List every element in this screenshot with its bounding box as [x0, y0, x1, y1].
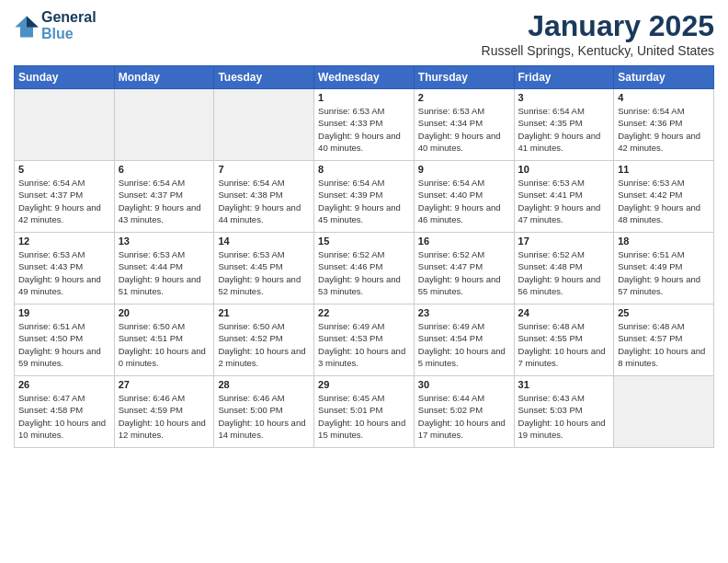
- day-cell: 14Sunrise: 6:53 AMSunset: 4:45 PMDayligh…: [214, 233, 314, 304]
- day-number: 30: [418, 379, 510, 390]
- day-number: 4: [618, 92, 710, 103]
- col-wednesday: Wednesday: [314, 66, 415, 89]
- day-number: 24: [518, 307, 610, 318]
- col-friday: Friday: [514, 66, 614, 89]
- day-cell: 12Sunrise: 6:53 AMSunset: 4:43 PMDayligh…: [15, 233, 115, 304]
- day-info: Sunrise: 6:49 AMSunset: 4:54 PMDaylight:…: [418, 320, 510, 369]
- day-cell: 24Sunrise: 6:48 AMSunset: 4:55 PMDayligh…: [514, 304, 614, 376]
- day-number: 31: [518, 379, 610, 390]
- day-info: Sunrise: 6:49 AMSunset: 4:53 PMDaylight:…: [318, 320, 410, 369]
- col-tuesday: Tuesday: [214, 66, 314, 89]
- day-number: 2: [418, 92, 510, 103]
- title-block: January 2025 Russell Springs, Kentucky, …: [482, 9, 714, 58]
- day-number: 22: [318, 307, 410, 318]
- day-cell: 28Sunrise: 6:46 AMSunset: 5:00 PMDayligh…: [214, 376, 314, 448]
- day-number: 25: [618, 307, 710, 318]
- col-monday: Monday: [114, 66, 214, 89]
- day-number: 28: [218, 379, 310, 390]
- day-info: Sunrise: 6:53 AMSunset: 4:44 PMDaylight:…: [119, 248, 210, 297]
- day-cell: 17Sunrise: 6:52 AMSunset: 4:48 PMDayligh…: [514, 233, 614, 304]
- day-number: 27: [119, 379, 210, 390]
- day-cell: 22Sunrise: 6:49 AMSunset: 4:53 PMDayligh…: [314, 304, 415, 376]
- page: General Blue January 2025 Russell Spring…: [0, 0, 728, 457]
- day-number: 26: [18, 379, 110, 390]
- day-info: Sunrise: 6:43 AMSunset: 5:03 PMDaylight:…: [518, 392, 610, 441]
- day-number: 14: [218, 236, 310, 247]
- day-number: 5: [18, 164, 110, 175]
- day-number: 20: [119, 307, 210, 318]
- logo: General Blue: [14, 9, 97, 42]
- week-row-0: 1Sunrise: 6:53 AMSunset: 4:33 PMDaylight…: [15, 89, 714, 161]
- day-number: 17: [518, 236, 610, 247]
- day-cell: [15, 89, 115, 161]
- day-number: 3: [518, 92, 610, 103]
- day-cell: 11Sunrise: 6:53 AMSunset: 4:42 PMDayligh…: [614, 161, 714, 233]
- day-info: Sunrise: 6:54 AMSunset: 4:37 PMDaylight:…: [119, 177, 210, 225]
- col-saturday: Saturday: [614, 66, 714, 89]
- day-number: 19: [18, 307, 110, 318]
- day-info: Sunrise: 6:50 AMSunset: 4:52 PMDaylight:…: [218, 320, 310, 369]
- week-row-2: 12Sunrise: 6:53 AMSunset: 4:43 PMDayligh…: [15, 233, 714, 304]
- day-cell: 5Sunrise: 6:54 AMSunset: 4:37 PMDaylight…: [15, 161, 115, 233]
- day-info: Sunrise: 6:54 AMSunset: 4:37 PMDaylight:…: [18, 177, 110, 225]
- day-number: 8: [318, 164, 410, 175]
- week-row-3: 19Sunrise: 6:51 AMSunset: 4:50 PMDayligh…: [15, 304, 714, 376]
- logo-icon: [14, 13, 40, 39]
- header-row: Sunday Monday Tuesday Wednesday Thursday…: [15, 66, 714, 89]
- day-number: 9: [418, 164, 510, 175]
- day-number: 11: [618, 164, 710, 175]
- day-cell: [214, 89, 314, 161]
- day-info: Sunrise: 6:48 AMSunset: 4:57 PMDaylight:…: [618, 320, 710, 369]
- day-number: 13: [119, 236, 210, 247]
- day-number: 16: [418, 236, 510, 247]
- day-number: 18: [618, 236, 710, 247]
- day-cell: 7Sunrise: 6:54 AMSunset: 4:38 PMDaylight…: [214, 161, 314, 233]
- logo-general: General: [41, 9, 97, 26]
- header: General Blue January 2025 Russell Spring…: [14, 9, 714, 58]
- day-info: Sunrise: 6:52 AMSunset: 4:48 PMDaylight:…: [518, 248, 610, 297]
- day-info: Sunrise: 6:46 AMSunset: 4:59 PMDaylight:…: [119, 392, 210, 441]
- day-cell: 31Sunrise: 6:43 AMSunset: 5:03 PMDayligh…: [514, 376, 614, 448]
- day-info: Sunrise: 6:53 AMSunset: 4:42 PMDaylight:…: [618, 177, 710, 225]
- col-sunday: Sunday: [15, 66, 115, 89]
- day-info: Sunrise: 6:54 AMSunset: 4:38 PMDaylight:…: [218, 177, 310, 225]
- day-info: Sunrise: 6:48 AMSunset: 4:55 PMDaylight:…: [518, 320, 610, 369]
- day-cell: 18Sunrise: 6:51 AMSunset: 4:49 PMDayligh…: [614, 233, 714, 304]
- day-number: 1: [318, 92, 410, 103]
- day-info: Sunrise: 6:54 AMSunset: 4:35 PMDaylight:…: [518, 105, 610, 154]
- day-info: Sunrise: 6:50 AMSunset: 4:51 PMDaylight:…: [119, 320, 210, 369]
- day-info: Sunrise: 6:51 AMSunset: 4:49 PMDaylight:…: [618, 248, 710, 297]
- day-cell: 1Sunrise: 6:53 AMSunset: 4:33 PMDaylight…: [314, 89, 415, 161]
- day-number: 23: [418, 307, 510, 318]
- week-row-4: 26Sunrise: 6:47 AMSunset: 4:58 PMDayligh…: [15, 376, 714, 448]
- day-number: 7: [218, 164, 310, 175]
- day-cell: 21Sunrise: 6:50 AMSunset: 4:52 PMDayligh…: [214, 304, 314, 376]
- day-info: Sunrise: 6:54 AMSunset: 4:39 PMDaylight:…: [318, 177, 410, 225]
- day-info: Sunrise: 6:52 AMSunset: 4:46 PMDaylight:…: [318, 248, 410, 297]
- logo-blue: Blue: [41, 26, 97, 42]
- day-number: 21: [218, 307, 310, 318]
- day-info: Sunrise: 6:46 AMSunset: 5:00 PMDaylight:…: [218, 392, 310, 441]
- day-info: Sunrise: 6:51 AMSunset: 4:50 PMDaylight:…: [18, 320, 110, 369]
- day-info: Sunrise: 6:52 AMSunset: 4:47 PMDaylight:…: [418, 248, 510, 297]
- day-number: 6: [119, 164, 210, 175]
- day-number: 12: [18, 236, 110, 247]
- day-cell: [614, 376, 714, 448]
- day-number: 10: [518, 164, 610, 175]
- day-cell: 15Sunrise: 6:52 AMSunset: 4:46 PMDayligh…: [314, 233, 415, 304]
- day-cell: 27Sunrise: 6:46 AMSunset: 4:59 PMDayligh…: [114, 376, 214, 448]
- day-info: Sunrise: 6:53 AMSunset: 4:45 PMDaylight:…: [218, 248, 310, 297]
- day-cell: 8Sunrise: 6:54 AMSunset: 4:39 PMDaylight…: [314, 161, 415, 233]
- day-info: Sunrise: 6:53 AMSunset: 4:41 PMDaylight:…: [518, 177, 610, 225]
- day-cell: 26Sunrise: 6:47 AMSunset: 4:58 PMDayligh…: [15, 376, 115, 448]
- location: Russell Springs, Kentucky, United States: [482, 43, 714, 58]
- day-info: Sunrise: 6:47 AMSunset: 4:58 PMDaylight:…: [18, 392, 110, 441]
- day-cell: 19Sunrise: 6:51 AMSunset: 4:50 PMDayligh…: [15, 304, 115, 376]
- col-thursday: Thursday: [414, 66, 514, 89]
- day-cell: 4Sunrise: 6:54 AMSunset: 4:36 PMDaylight…: [614, 89, 714, 161]
- day-cell: 20Sunrise: 6:50 AMSunset: 4:51 PMDayligh…: [114, 304, 214, 376]
- day-cell: 10Sunrise: 6:53 AMSunset: 4:41 PMDayligh…: [514, 161, 614, 233]
- day-info: Sunrise: 6:54 AMSunset: 4:40 PMDaylight:…: [418, 177, 510, 225]
- day-cell: 2Sunrise: 6:53 AMSunset: 4:34 PMDaylight…: [414, 89, 514, 161]
- day-cell: 30Sunrise: 6:44 AMSunset: 5:02 PMDayligh…: [414, 376, 514, 448]
